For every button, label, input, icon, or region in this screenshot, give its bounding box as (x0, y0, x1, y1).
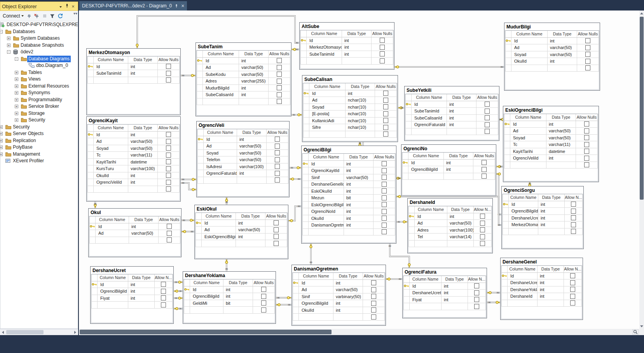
column-row[interactable]: Idint (402, 160, 495, 167)
allow-nulls-checkbox[interactable] (277, 72, 282, 77)
data-type-cell[interactable]: int (447, 108, 476, 114)
table-SubeYetkili[interactable]: SubeYetkiliColumn NameData TypeAllow Nul… (404, 86, 499, 141)
data-type-cell[interactable] (442, 303, 468, 310)
column-row[interactable]: Fiyatint (91, 295, 173, 302)
data-type-cell[interactable]: int (548, 58, 577, 65)
data-type-cell[interactable]: int (447, 115, 476, 121)
allow-nulls-checkbox[interactable] (482, 174, 487, 179)
column-row[interactable]: DershaneUcretIdint (501, 279, 582, 286)
relationship-line[interactable]: ∞ (288, 204, 301, 222)
data-type-cell[interactable]: datetime (546, 148, 576, 155)
data-type-cell[interactable] (538, 300, 564, 307)
column-row[interactable]: OgrenciNoIdint (302, 208, 395, 215)
scroll-thumb[interactable] (80, 330, 332, 334)
data-type-cell[interactable]: int (442, 283, 468, 290)
relationship-line[interactable]: ∞ (174, 289, 183, 293)
column-row[interactable]: Advarchar(50) (504, 128, 598, 135)
column-row[interactable]: Sinifvarchar(50) (302, 174, 395, 181)
column-row[interactable]: KullaniciAdinchar(10) (303, 118, 397, 125)
column-row[interactable]: Tcvarchar(11) (87, 152, 180, 159)
column-name-cell[interactable]: MudurBilgiId (203, 85, 239, 91)
allow-nulls-checkbox[interactable] (161, 289, 166, 294)
column-name-cell[interactable]: Id (309, 161, 344, 167)
column-name-cell[interactable]: SubeTanimId (307, 51, 342, 58)
data-type-cell[interactable]: int (128, 132, 158, 138)
column-name-cell[interactable]: Id (508, 273, 538, 279)
column-name-cell[interactable]: Ad (415, 220, 447, 227)
allow-nulls-checkbox[interactable] (261, 307, 266, 313)
column-row[interactable]: Idint (408, 213, 492, 220)
collapse-minus-icon[interactable]: - (7, 50, 10, 54)
data-type-cell[interactable]: varchar(50) (237, 150, 267, 156)
column-name-cell[interactable] (408, 173, 444, 180)
allow-nulls-checkbox[interactable] (382, 168, 387, 173)
allow-nulls-checkbox[interactable] (277, 58, 282, 63)
column-name-cell[interactable]: Adres (415, 227, 447, 234)
column-name-cell[interactable]: Ad (511, 44, 548, 51)
column-name-cell[interactable]: Ad (309, 97, 346, 104)
allow-nulls-checkbox[interactable] (585, 45, 590, 50)
data-type-cell[interactable] (344, 229, 373, 235)
column-row[interactable]: OkulIdint (505, 58, 599, 65)
data-type-cell[interactable]: varchar(50) (128, 138, 158, 145)
relationship-line[interactable]: ∞ (386, 277, 402, 281)
relationship-line[interactable]: ∞ (496, 164, 503, 169)
data-type-cell[interactable]: bit (223, 300, 253, 307)
column-name-cell[interactable]: DershaneId (508, 293, 538, 300)
tree-item-replication[interactable]: +Replication (0, 137, 78, 144)
allow-nulls-checkbox[interactable] (166, 64, 171, 69)
column-name-cell[interactable] (410, 303, 442, 310)
data-type-cell[interactable]: int (236, 234, 265, 240)
column-name-cell[interactable]: Id (94, 63, 128, 70)
column-row[interactable] (501, 300, 582, 307)
table-EskiOkul[interactable]: EskiOkulColumn NameData TypeAllow NullsI… (194, 205, 288, 259)
column-row[interactable] (300, 58, 393, 65)
table-title[interactable]: MerkezOtomasyon (87, 49, 180, 56)
data-type-cell[interactable] (333, 314, 363, 320)
allow-nulls-checkbox[interactable] (382, 175, 387, 180)
allow-nulls-checkbox[interactable] (571, 215, 576, 220)
column-row[interactable]: OgrenciBilgiIdint (402, 166, 495, 173)
table-title[interactable]: MudurBilgi (504, 23, 600, 30)
data-type-cell[interactable]: varchar(100) (237, 163, 267, 170)
column-name-cell[interactable]: OkulId (94, 172, 128, 179)
data-type-cell[interactable]: int (344, 167, 373, 174)
column-row[interactable]: Adnchar(10) (303, 97, 397, 104)
data-type-cell[interactable]: int (548, 38, 577, 44)
column-row[interactable]: Idint (87, 63, 180, 70)
allow-nulls-checkbox[interactable] (485, 109, 490, 114)
data-type-cell[interactable]: int (128, 179, 158, 186)
column-row[interactable] (87, 77, 180, 84)
column-row[interactable]: Idint (197, 136, 288, 143)
allow-nulls-checkbox[interactable] (584, 135, 589, 140)
allow-nulls-checkbox[interactable] (571, 209, 576, 214)
table-Okul[interactable]: OkulColumn NameData TypeAllow NullsIdint… (88, 208, 182, 257)
relationship-line[interactable]: ∞ (487, 300, 500, 304)
column-row[interactable]: Soyadvarchar(50) (197, 150, 288, 157)
allow-nulls-checkbox[interactable] (585, 38, 590, 43)
column-name-cell[interactable]: EskiOgrenciBilgiId (202, 234, 236, 240)
allow-nulls-checkbox[interactable] (275, 137, 280, 142)
allow-nulls-checkbox[interactable] (166, 186, 171, 191)
allow-nulls-checkbox[interactable] (485, 122, 490, 127)
data-type-cell[interactable]: varchar(50) (237, 156, 267, 163)
expand-plus-icon[interactable]: + (15, 77, 18, 81)
tree-item-databases[interactable]: -Databases (0, 28, 78, 35)
column-row[interactable]: DershaneYoklam...int (501, 286, 582, 293)
data-type-cell[interactable] (223, 307, 253, 313)
data-type-cell[interactable]: varchar(50) (546, 128, 576, 134)
allow-nulls-checkbox[interactable] (474, 290, 479, 295)
column-name-cell[interactable]: OgrenciBilgiId (98, 288, 128, 295)
column-row[interactable]: Idint (503, 201, 583, 208)
data-type-cell[interactable] (548, 65, 577, 72)
column-row[interactable] (197, 98, 290, 105)
relationship-line[interactable]: ∞ (291, 112, 302, 117)
data-type-cell[interactable]: int (538, 221, 565, 228)
column-row[interactable]: Mezunbit (302, 195, 395, 202)
column-row[interactable] (195, 240, 287, 247)
column-row[interactable]: Advarchar(50) (197, 64, 290, 71)
close-icon[interactable]: × (70, 4, 76, 9)
expand-plus-icon[interactable]: + (15, 118, 18, 122)
column-row[interactable]: OgrenciFaturaIdint (405, 121, 498, 128)
allow-nulls-checkbox[interactable] (383, 125, 388, 130)
